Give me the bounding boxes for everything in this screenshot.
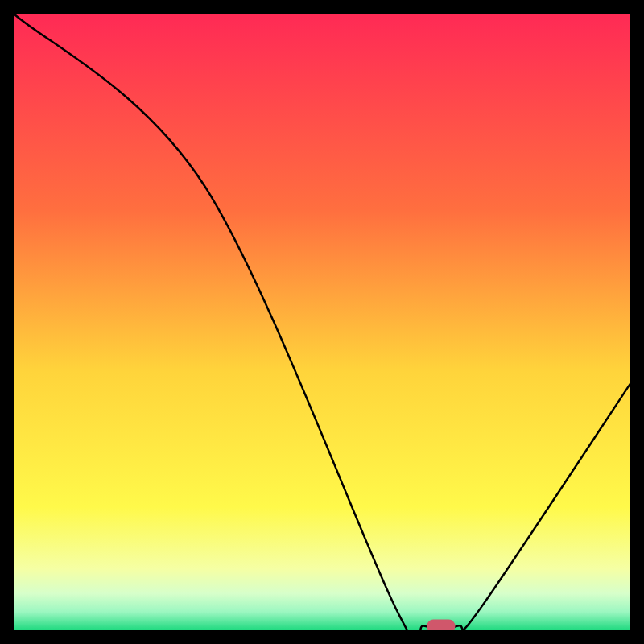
plot-area <box>14 14 630 630</box>
optimal-marker <box>427 620 455 630</box>
chart-frame: TheBottleneсker.com <box>14 14 630 630</box>
gradient-background <box>14 14 630 630</box>
chart-svg <box>14 14 630 630</box>
